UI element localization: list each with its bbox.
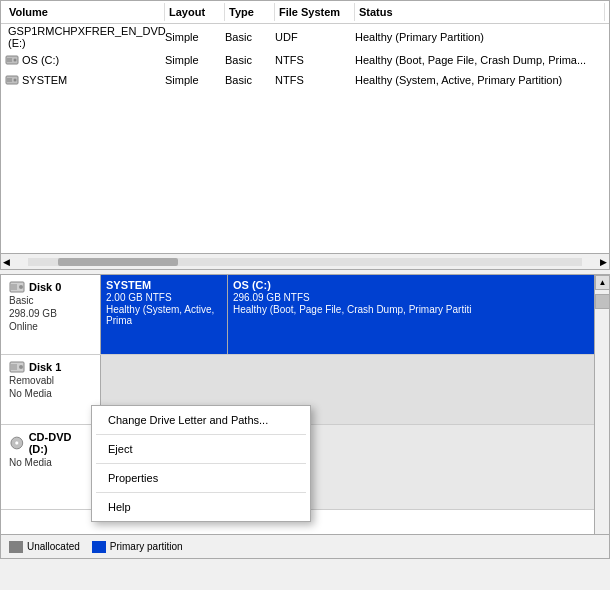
horizontal-scrollbar[interactable]: ◀ ▶	[1, 253, 609, 269]
svg-rect-6	[7, 78, 12, 82]
col-header-layout: Layout	[165, 3, 225, 21]
legend-swatch-unallocated	[9, 541, 23, 553]
scroll-track	[28, 258, 582, 266]
table-row[interactable]: OS (C:) Simple Basic NTFS Healthy (Boot,…	[1, 50, 609, 70]
svg-rect-3	[7, 58, 12, 62]
disk-cd-status: No Media	[9, 457, 92, 468]
part-system-status: Healthy (System, Active, Prima	[106, 304, 222, 326]
scroll-up-btn[interactable]: ▲	[595, 275, 610, 290]
table-header-row: Volume Layout Type File System Status	[1, 1, 609, 24]
part-os-status: Healthy (Boot, Page File, Crash Dump, Pr…	[233, 304, 599, 315]
svg-rect-9	[11, 284, 17, 290]
col-header-status: Status	[355, 3, 605, 21]
disk-1-icon	[9, 361, 25, 373]
vol-name-os: OS (C:)	[22, 54, 59, 66]
legend-unallocated: Unallocated	[9, 541, 80, 553]
svg-point-13	[19, 365, 23, 369]
disk-1-label: Disk 1 Removabl No Media	[1, 355, 101, 424]
vol-type-os: Basic	[225, 54, 275, 66]
scroll-left-btn[interactable]: ◀	[1, 257, 12, 267]
ctx-change-drive[interactable]: Change Drive Letter and Paths...	[92, 409, 310, 431]
col-header-type: Type	[225, 3, 275, 21]
v-scroll-track	[595, 290, 609, 543]
disk-row-0: Disk 0 Basic 298.09 GB Online SYSTEM 2.0…	[1, 275, 609, 355]
disk-1-status: No Media	[9, 388, 92, 399]
vol-fs-dvd: UDF	[275, 31, 355, 43]
cd-dvd-icon	[9, 436, 25, 450]
vol-name-dvd: GSP1RMCHPXFRER_EN_DVD (E:)	[8, 25, 166, 49]
disk-0-icon	[9, 281, 25, 293]
disk-1-type: Removabl	[9, 375, 92, 386]
partition-os[interactable]: OS (C:) 296.09 GB NTFS Healthy (Boot, Pa…	[228, 275, 604, 354]
part-os-size: 296.09 GB NTFS	[233, 292, 599, 303]
legend-label-unallocated: Unallocated	[27, 541, 80, 552]
disk-0-status: Online	[9, 321, 92, 332]
table-row[interactable]: GSP1RMCHPXFRER_EN_DVD (E:) Simple Basic …	[1, 24, 609, 50]
vol-layout-system: Simple	[165, 74, 225, 86]
vol-type-dvd: Basic	[225, 31, 275, 43]
context-menu: Change Drive Letter and Paths... Eject P…	[91, 405, 311, 522]
legend-primary: Primary partition	[92, 541, 183, 553]
legend-label-primary: Primary partition	[110, 541, 183, 552]
ctx-eject[interactable]: Eject	[92, 438, 310, 460]
ctx-separator-3	[96, 492, 306, 493]
part-system-size: 2.00 GB NTFS	[106, 292, 222, 303]
hdd-icon-os	[5, 53, 19, 67]
scroll-thumb[interactable]	[58, 258, 178, 266]
vertical-scrollbar[interactable]: ▲ ▼	[594, 275, 609, 558]
scroll-right-btn[interactable]: ▶	[598, 257, 609, 267]
disk-0-size: 298.09 GB	[9, 308, 92, 319]
vol-layout-dvd: Simple	[165, 31, 225, 43]
ctx-help[interactable]: Help	[92, 496, 310, 518]
part-system-name: SYSTEM	[106, 279, 222, 291]
disk-0-type: Basic	[9, 295, 92, 306]
disk-cd-label: CD-DVD (D:) No Media	[1, 425, 101, 509]
ctx-separator-2	[96, 463, 306, 464]
vol-name-system: SYSTEM	[22, 74, 67, 86]
col-header-filesystem: File System	[275, 3, 355, 21]
svg-point-7	[14, 79, 17, 82]
disk-0-label: Disk 0 Basic 298.09 GB Online	[1, 275, 101, 354]
partition-system[interactable]: SYSTEM 2.00 GB NTFS Healthy (System, Act…	[101, 275, 228, 354]
table-row[interactable]: SYSTEM Simple Basic NTFS Healthy (System…	[1, 70, 609, 90]
vol-status-dvd: Healthy (Primary Partition)	[355, 31, 605, 43]
vol-cell-dvd: GSP1RMCHPXFRER_EN_DVD (E:)	[5, 25, 165, 49]
legend-bar: Unallocated Primary partition	[1, 534, 609, 558]
ctx-separator-1	[96, 434, 306, 435]
disk-0-id: Disk 0	[29, 281, 61, 293]
svg-rect-12	[11, 364, 17, 370]
vol-cell-system: SYSTEM	[5, 73, 165, 87]
vol-layout-os: Simple	[165, 54, 225, 66]
vol-status-os: Healthy (Boot, Page File, Crash Dump, Pr…	[355, 54, 605, 66]
disk-0-title: Disk 0	[9, 281, 92, 293]
part-os-name: OS (C:)	[233, 279, 599, 291]
vol-fs-os: NTFS	[275, 54, 355, 66]
svg-point-10	[19, 285, 23, 289]
disk-panel: Disk 0 Basic 298.09 GB Online SYSTEM 2.0…	[0, 274, 610, 559]
disk-1-id: Disk 1	[29, 361, 61, 373]
svg-point-15	[15, 441, 19, 445]
svg-point-4	[14, 59, 17, 62]
disk-0-partitions: SYSTEM 2.00 GB NTFS Healthy (System, Act…	[101, 275, 609, 354]
volume-table: Volume Layout Type File System Status GS…	[0, 0, 610, 270]
hdd-icon-system	[5, 73, 19, 87]
vol-type-system: Basic	[225, 74, 275, 86]
disk-1-title: Disk 1	[9, 361, 92, 373]
vol-cell-os: OS (C:)	[5, 53, 165, 67]
disk-cd-id: CD-DVD (D:)	[29, 431, 92, 455]
disk-cd-title: CD-DVD (D:)	[9, 431, 92, 455]
legend-swatch-primary	[92, 541, 106, 553]
v-scroll-thumb[interactable]	[595, 294, 610, 309]
vol-status-system: Healthy (System, Active, Primary Partiti…	[355, 74, 605, 86]
col-header-volume: Volume	[5, 3, 165, 21]
vol-fs-system: NTFS	[275, 74, 355, 86]
ctx-properties[interactable]: Properties	[92, 467, 310, 489]
